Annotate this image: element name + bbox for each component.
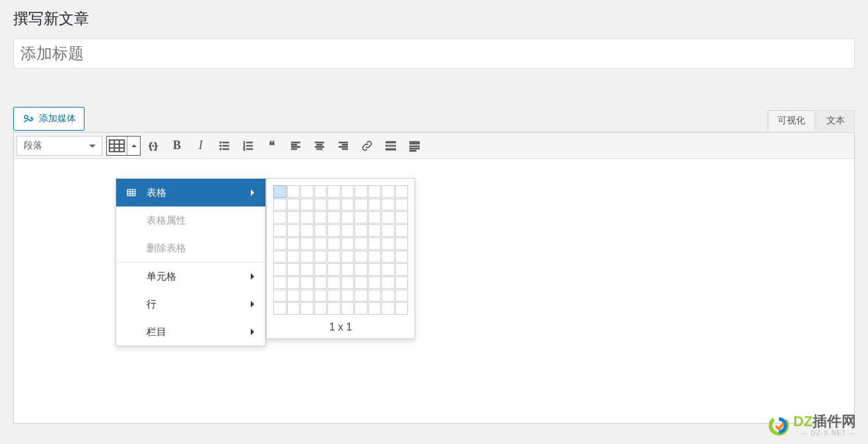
grid-cell[interactable] <box>354 276 368 289</box>
grid-cell[interactable] <box>327 276 341 289</box>
grid-cell[interactable] <box>382 251 395 263</box>
italic-button[interactable]: I <box>189 136 212 156</box>
grid-cell[interactable] <box>395 238 409 250</box>
grid-cell[interactable] <box>395 199 409 211</box>
grid-cell[interactable] <box>300 185 314 198</box>
grid-cell[interactable] <box>354 263 368 276</box>
link-button[interactable] <box>356 136 378 156</box>
tab-visual[interactable]: 可视化 <box>768 110 815 131</box>
grid-cell[interactable] <box>300 302 314 315</box>
grid-cell[interactable] <box>273 185 286 198</box>
grid-cell[interactable] <box>300 211 314 224</box>
grid-cell[interactable] <box>327 302 341 315</box>
grid-cell[interactable] <box>314 238 327 250</box>
grid-cell[interactable] <box>300 263 314 276</box>
grid-cell[interactable] <box>368 302 382 315</box>
grid-cell[interactable] <box>327 224 341 237</box>
grid-cell[interactable] <box>327 251 341 263</box>
menu-item-column[interactable]: 栏目 <box>116 318 265 346</box>
grid-cell[interactable] <box>327 290 341 302</box>
grid-cell[interactable] <box>382 290 395 302</box>
shortcode-button[interactable]: {·} <box>142 136 164 156</box>
toolbar-toggle-button[interactable] <box>403 136 426 156</box>
grid-cell[interactable] <box>395 251 409 263</box>
table-split-button[interactable] <box>106 136 141 156</box>
grid-cell[interactable] <box>327 199 341 211</box>
align-center-button[interactable] <box>308 136 331 156</box>
grid-cell[interactable] <box>287 251 300 263</box>
grid-cell[interactable] <box>327 238 341 250</box>
grid-cell[interactable] <box>341 263 354 276</box>
grid-cell[interactable] <box>368 199 382 211</box>
grid-cell[interactable] <box>300 199 314 211</box>
grid-cell[interactable] <box>300 276 314 289</box>
grid-cell[interactable] <box>354 199 368 211</box>
grid-cell[interactable] <box>300 238 314 250</box>
ordered-list-button[interactable]: 123 <box>237 136 259 156</box>
grid-cell[interactable] <box>287 263 300 276</box>
grid-cell[interactable] <box>273 199 286 211</box>
grid-cell[interactable] <box>341 211 354 224</box>
grid-cell[interactable] <box>341 185 354 198</box>
grid-cell[interactable] <box>327 211 341 224</box>
grid-cell[interactable] <box>382 211 395 224</box>
format-dropdown[interactable]: 段落 <box>17 136 102 156</box>
grid-cell[interactable] <box>273 211 286 224</box>
grid-picker[interactable] <box>273 185 408 315</box>
grid-cell[interactable] <box>341 276 354 289</box>
grid-cell[interactable] <box>300 290 314 302</box>
grid-cell[interactable] <box>368 251 382 263</box>
grid-cell[interactable] <box>273 238 286 250</box>
add-media-button[interactable]: 添加媒体 <box>13 107 84 131</box>
grid-cell[interactable] <box>341 290 354 302</box>
grid-cell[interactable] <box>354 238 368 250</box>
grid-cell[interactable] <box>382 185 395 198</box>
grid-cell[interactable] <box>395 276 409 289</box>
grid-cell[interactable] <box>354 224 368 237</box>
post-title-input[interactable] <box>13 38 855 69</box>
unordered-list-button[interactable] <box>213 136 236 156</box>
align-right-button[interactable] <box>332 136 354 156</box>
grid-cell[interactable] <box>300 251 314 263</box>
grid-cell[interactable] <box>314 251 327 263</box>
grid-cell[interactable] <box>382 276 395 289</box>
grid-cell[interactable] <box>273 263 286 276</box>
grid-cell[interactable] <box>314 199 327 211</box>
blockquote-button[interactable]: “ <box>261 136 283 156</box>
grid-cell[interactable] <box>354 290 368 302</box>
align-left-button[interactable] <box>284 136 307 156</box>
grid-cell[interactable] <box>368 211 382 224</box>
grid-cell[interactable] <box>368 263 382 276</box>
grid-cell[interactable] <box>341 302 354 315</box>
grid-cell[interactable] <box>273 276 286 289</box>
grid-cell[interactable] <box>382 263 395 276</box>
grid-cell[interactable] <box>395 224 409 237</box>
menu-item-row[interactable]: 行 <box>116 290 265 318</box>
grid-cell[interactable] <box>314 211 327 224</box>
grid-cell[interactable] <box>368 276 382 289</box>
grid-cell[interactable] <box>395 263 409 276</box>
grid-cell[interactable] <box>314 263 327 276</box>
grid-cell[interactable] <box>314 185 327 198</box>
table-dropdown-arrow-icon[interactable] <box>127 137 140 155</box>
grid-cell[interactable] <box>273 224 286 237</box>
grid-cell[interactable] <box>287 224 300 237</box>
grid-cell[interactable] <box>354 211 368 224</box>
read-more-button[interactable] <box>380 136 402 156</box>
grid-cell[interactable] <box>354 251 368 263</box>
grid-cell[interactable] <box>341 199 354 211</box>
grid-cell[interactable] <box>395 290 409 302</box>
bold-button[interactable]: B <box>166 136 188 156</box>
menu-item-table[interactable]: 表格 <box>116 179 265 206</box>
grid-cell[interactable] <box>273 290 286 302</box>
grid-cell[interactable] <box>287 185 300 198</box>
grid-cell[interactable] <box>341 251 354 263</box>
grid-cell[interactable] <box>287 211 300 224</box>
menu-item-cell[interactable]: 单元格 <box>116 263 265 290</box>
grid-cell[interactable] <box>300 224 314 237</box>
grid-cell[interactable] <box>341 224 354 237</box>
grid-cell[interactable] <box>354 302 368 315</box>
grid-cell[interactable] <box>341 238 354 250</box>
grid-cell[interactable] <box>395 211 409 224</box>
grid-cell[interactable] <box>287 276 300 289</box>
